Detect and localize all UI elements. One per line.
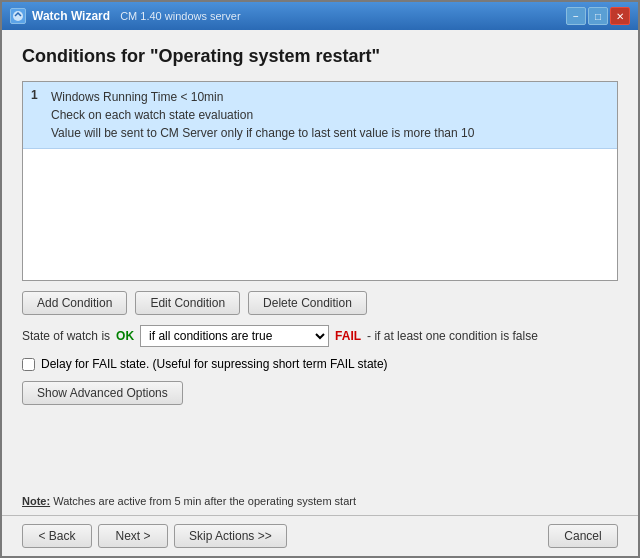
- next-button[interactable]: Next >: [98, 524, 168, 548]
- delay-checkbox-row: Delay for FAIL state. (Useful for supres…: [22, 357, 618, 371]
- cancel-button[interactable]: Cancel: [548, 524, 618, 548]
- back-button[interactable]: < Back: [22, 524, 92, 548]
- table-row: 1 Windows Running Time < 10min Check on …: [23, 82, 617, 149]
- delete-condition-button[interactable]: Delete Condition: [248, 291, 367, 315]
- title-bar-controls: − □ ✕: [566, 7, 630, 25]
- title-bar-left: Watch Wizard CM 1.40 windows server: [10, 8, 241, 24]
- condition-line1: Windows Running Time < 10min: [51, 88, 474, 106]
- condition-dropdown[interactable]: if all conditions are true if at least o…: [140, 325, 329, 347]
- app-icon: [10, 8, 26, 24]
- window-subtitle: CM 1.40 windows server: [120, 10, 240, 22]
- note-section: Note: Watches are active from 5 min afte…: [22, 495, 618, 507]
- note-text: Watches are active from 5 min after the …: [50, 495, 356, 507]
- conditions-list: 1 Windows Running Time < 10min Check on …: [22, 81, 618, 281]
- skip-actions-button[interactable]: Skip Actions >>: [174, 524, 287, 548]
- window-title: Watch Wizard: [32, 9, 110, 23]
- condition-line3: Value will be sent to CM Server only if …: [51, 124, 474, 142]
- minimize-button[interactable]: −: [566, 7, 586, 25]
- main-window: Watch Wizard CM 1.40 windows server − □ …: [0, 0, 640, 558]
- state-prefix: State of watch is: [22, 329, 110, 343]
- note-bold: Note:: [22, 495, 50, 507]
- fail-label: FAIL: [335, 329, 361, 343]
- delay-fail-checkbox[interactable]: [22, 358, 35, 371]
- content-area: Conditions for "Operating system restart…: [2, 30, 638, 515]
- show-advanced-button[interactable]: Show Advanced Options: [22, 381, 183, 405]
- maximize-button[interactable]: □: [588, 7, 608, 25]
- fail-suffix: - if at least one condition is false: [367, 329, 538, 343]
- add-condition-button[interactable]: Add Condition: [22, 291, 127, 315]
- footer: < Back Next > Skip Actions >> Cancel: [2, 515, 638, 556]
- delay-fail-label: Delay for FAIL state. (Useful for supres…: [41, 357, 388, 371]
- page-title: Conditions for "Operating system restart…: [22, 46, 618, 67]
- condition-line2: Check on each watch state evaluation: [51, 106, 474, 124]
- state-row: State of watch is OK if all conditions a…: [22, 325, 618, 347]
- title-bar: Watch Wizard CM 1.40 windows server − □ …: [2, 2, 638, 30]
- edit-condition-button[interactable]: Edit Condition: [135, 291, 240, 315]
- condition-text: Windows Running Time < 10min Check on ea…: [51, 88, 474, 142]
- condition-buttons: Add Condition Edit Condition Delete Cond…: [22, 291, 618, 315]
- ok-label: OK: [116, 329, 134, 343]
- condition-number: 1: [31, 88, 43, 142]
- footer-left-buttons: < Back Next > Skip Actions >>: [22, 524, 287, 548]
- close-button[interactable]: ✕: [610, 7, 630, 25]
